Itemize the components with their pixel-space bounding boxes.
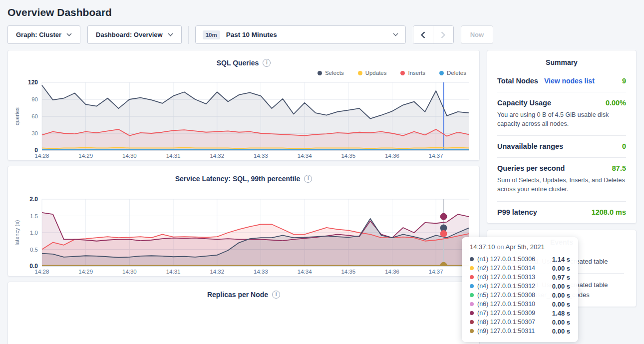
time-range-label: Past 10 Minutes: [226, 31, 387, 38]
summary-row-p99: P99 latency 1208.0 ms: [497, 202, 626, 223]
svg-text:14:31: 14:31: [166, 269, 180, 275]
svg-text:2.0: 2.0: [29, 196, 38, 203]
svg-text:14:31: 14:31: [166, 153, 180, 159]
node-color-dot: [470, 275, 474, 279]
page-title: Overview Dashboard: [0, 0, 644, 18]
svg-text:latency (s): latency (s): [14, 220, 20, 246]
graph-dropdown[interactable]: Graph: Cluster: [7, 25, 80, 44]
total-nodes-value: 9: [622, 77, 626, 85]
info-icon[interactable]: i: [304, 175, 312, 183]
chevron-down-icon: [393, 33, 398, 36]
node-color-dot: [470, 302, 474, 306]
info-icon[interactable]: i: [263, 59, 271, 67]
view-nodes-list-link[interactable]: View nodes list: [544, 77, 595, 85]
svg-text:30: 30: [31, 130, 38, 136]
time-pager: [413, 25, 454, 44]
svg-text:14:33: 14:33: [254, 269, 268, 275]
info-icon[interactable]: i: [272, 291, 280, 299]
capacity-usage-desc: You are using 0 B of 4.5 GiB usable disk…: [497, 110, 626, 128]
tooltip-node-row: (n5) 127.0.0.1:503080.00 s: [470, 291, 570, 300]
chevron-down-icon: [168, 33, 173, 36]
chart-hover-tooltip: 14:37:10 on Apr 5th, 2021 (n1) 127.0.0.1…: [462, 237, 578, 342]
legend-dot: [400, 71, 405, 75]
svg-text:1.0: 1.0: [30, 230, 38, 236]
dashboard-dropdown[interactable]: Dashboard: Overview: [87, 25, 182, 44]
svg-text:14:29: 14:29: [78, 153, 93, 159]
legend-item-selects: Selects: [318, 70, 344, 76]
unavailable-ranges-label: Unavailable ranges: [497, 142, 563, 150]
svg-text:1.5: 1.5: [30, 213, 38, 219]
qps-label: Queries per second: [497, 164, 565, 172]
chevron-left-icon: [421, 31, 425, 38]
svg-text:queries: queries: [14, 107, 20, 125]
legend-dot: [318, 71, 322, 75]
time-prev-button[interactable]: [413, 26, 433, 43]
tooltip-node-rows: (n1) 127.0.0.1:503061.14 s(n2) 127.0.0.1…: [470, 255, 570, 336]
time-range-select[interactable]: 10m Past 10 Minutes: [195, 25, 406, 44]
tooltip-date: Apr 5th, 2021: [506, 243, 545, 251]
svg-text:14:32: 14:32: [210, 269, 224, 275]
svg-text:0: 0: [34, 147, 38, 154]
svg-text:14:32: 14:32: [210, 153, 224, 159]
svg-text:14:35: 14:35: [341, 269, 355, 275]
svg-text:14:36: 14:36: [385, 153, 399, 159]
node-color-dot: [470, 284, 474, 288]
svg-text:14:30: 14:30: [122, 153, 136, 159]
service-latency-chart[interactable]: 14:2814:2914:3014:3114:3214:3314:3414:35…: [12, 184, 476, 276]
tooltip-node-row: (n8) 127.0.0.1:503070.00 s: [470, 318, 570, 327]
total-nodes-label: Total Nodes: [497, 77, 538, 85]
tooltip-node-row: (n2) 127.0.0.1:503140.00 s: [470, 264, 570, 273]
node-color-dot: [470, 320, 474, 324]
svg-text:14:29: 14:29: [78, 269, 93, 275]
now-button[interactable]: Now: [461, 25, 493, 44]
chevron-right-icon: [441, 31, 445, 38]
charts-column: SQL Queries i SelectsUpdatesInsertsDelet…: [7, 50, 480, 344]
svg-text:14:30: 14:30: [122, 269, 136, 275]
qps-value: 87.5: [612, 164, 626, 172]
summary-title: Summary: [487, 50, 636, 70]
svg-text:14:36: 14:36: [385, 269, 399, 275]
legend-item-updates: Updates: [358, 70, 387, 76]
node-color-dot: [470, 257, 474, 261]
svg-text:0.5: 0.5: [30, 247, 38, 253]
time-next-button[interactable]: [433, 26, 453, 43]
sql-queries-legend: SelectsUpdatesInsertsDeletes: [8, 68, 479, 77]
controls-divider: [188, 26, 189, 44]
node-color-dot: [470, 329, 474, 333]
tooltip-on: on: [497, 243, 504, 251]
unavailable-ranges-value: 0: [622, 142, 626, 150]
tooltip-node-row: (n7) 127.0.0.1:503091.48 s: [470, 309, 570, 318]
service-latency-title: Service Latency: SQL, 99th percentile: [175, 175, 301, 183]
summary-row-capacity-usage: Capacity Usage 0.00% You are using 0 B o…: [497, 92, 626, 136]
svg-text:14:33: 14:33: [254, 153, 268, 159]
sql-queries-card: SQL Queries i SelectsUpdatesInsertsDelet…: [7, 50, 480, 161]
replicas-per-node-card: Replicas per Node i: [7, 282, 480, 344]
capacity-usage-value: 0.00%: [606, 99, 626, 107]
service-latency-card: Service Latency: SQL, 99th percentile i …: [7, 166, 480, 277]
node-color-dot: [470, 293, 474, 297]
svg-text:14:34: 14:34: [297, 269, 312, 275]
summary-row-total-nodes: Total Nodes View nodes list 9: [497, 70, 626, 92]
svg-text:90: 90: [31, 96, 38, 102]
chevron-down-icon: [66, 33, 72, 36]
tooltip-node-row: (n1) 127.0.0.1:503061.14 s: [470, 255, 570, 264]
legend-dot: [439, 71, 444, 75]
summary-row-qps: Queries per second 87.5 Sum of Selects, …: [497, 158, 626, 201]
dashboard-controls: Graph: Cluster Dashboard: Overview 10m P…: [7, 25, 637, 44]
sql-queries-chart[interactable]: 14:2814:2914:3014:3114:3214:3314:3414:35…: [12, 77, 476, 160]
time-range-badge: 10m: [203, 30, 220, 39]
legend-item-inserts: Inserts: [400, 70, 425, 76]
svg-text:14:37: 14:37: [428, 153, 443, 159]
svg-text:14:35: 14:35: [341, 153, 355, 159]
legend-dot: [358, 71, 362, 75]
svg-text:60: 60: [31, 113, 38, 119]
summary-panel: Summary Total Nodes View nodes list 9 Ca…: [487, 50, 637, 224]
tooltip-time: 14:37:10: [470, 243, 495, 251]
sql-queries-title: SQL Queries: [217, 59, 259, 67]
qps-desc: Sum of Selects, Updates, Inserts, and De…: [497, 176, 626, 194]
svg-text:0.0: 0.0: [29, 263, 38, 270]
tooltip-node-row: (n9) 127.0.0.1:503110.00 s: [470, 327, 570, 336]
node-color-dot: [470, 266, 474, 270]
p99-value: 1208.0 ms: [592, 208, 626, 216]
summary-row-unavailable-ranges: Unavailable ranges 0: [497, 136, 626, 158]
